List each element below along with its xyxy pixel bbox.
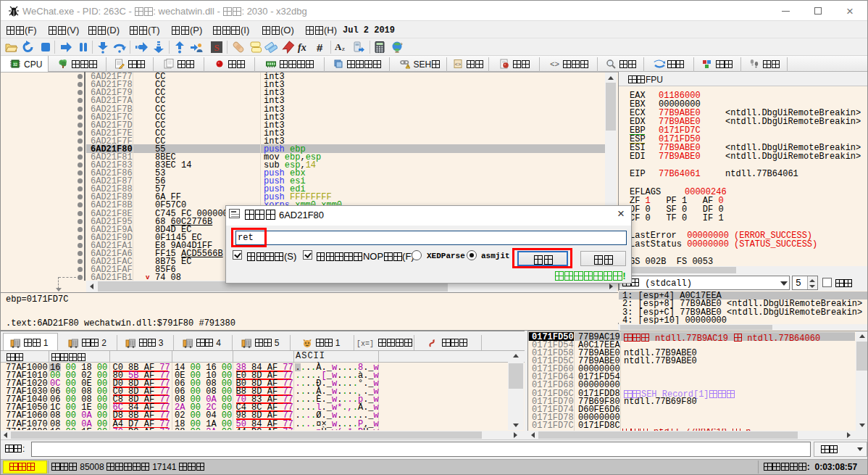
svg-text:<>: <> xyxy=(454,62,460,67)
svg-text:32: 32 xyxy=(13,62,17,67)
svg-text:<>: <> xyxy=(550,60,559,69)
svg-text:[x=]: [x=] xyxy=(356,340,374,348)
svg-text:A: A xyxy=(335,41,342,52)
svg-text:z: z xyxy=(342,45,345,52)
svg-text:fx: fx xyxy=(298,42,306,53)
svg-text:#: # xyxy=(317,41,323,54)
svg-text:S: S xyxy=(214,42,219,53)
